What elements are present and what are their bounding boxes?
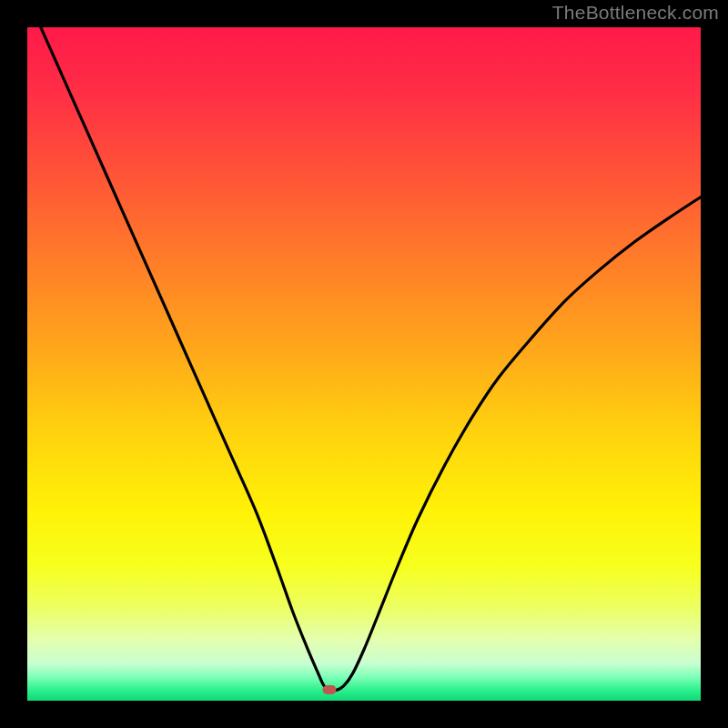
plot-area [27,27,701,701]
watermark-text: TheBottleneck.com [552,2,719,24]
optimal-point-marker [323,685,337,694]
chart-frame: TheBottleneck.com [0,0,728,728]
bottleneck-curve [27,27,701,701]
